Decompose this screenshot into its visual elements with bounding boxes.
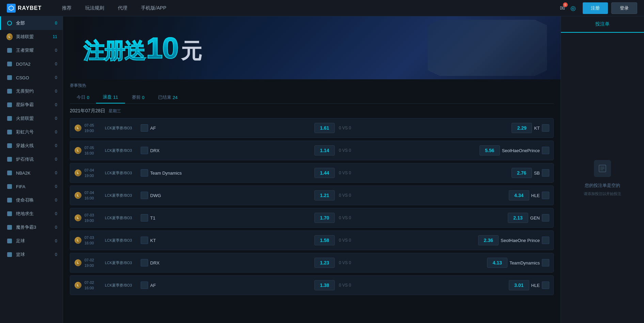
logo[interactable]: RAYBET [7, 4, 42, 13]
sidebar-count-pubg: 0 [52, 211, 57, 216]
league-icon-5: L [74, 237, 82, 244]
nav-auth: 注册 登录 [583, 2, 637, 14]
sidebar-item-valorant[interactable]: 无畏契约 0 [0, 84, 63, 98]
nav-rules[interactable]: 玩法规则 [85, 5, 104, 11]
sidebar-count-all: 0 [52, 21, 57, 26]
odds-btn-7-1[interactable]: 1.38 [314, 280, 335, 290]
vs-score-3: 0 VS 0 [335, 193, 355, 198]
team-logo-4-2 [542, 214, 549, 222]
odds-btn-0-2[interactable]: 2.29 [512, 123, 532, 133]
tab-ended[interactable]: 已结束 24 [151, 91, 184, 103]
mail-icon[interactable]: ✉ 0 [560, 4, 565, 12]
sidebar-item-nba2k[interactable]: NBA2K 0 [0, 166, 63, 180]
sidebar-count-cod: 0 [52, 198, 57, 203]
sidebar-label-rocket: 火箭联盟 [16, 115, 49, 122]
banner-text1: 注册送 [83, 37, 145, 65]
sidebar-item-wc3[interactable]: 魔兽争霸3 0 [0, 221, 63, 234]
match-date-0: 07-05 19:00 [84, 123, 105, 134]
nav-mobile[interactable]: 手机版/APP [141, 5, 166, 11]
bet-empty-sub: 请添加投注以开始投注 [584, 191, 621, 196]
weekday-display: 星期三 [109, 108, 121, 114]
sidebar-item-dota2[interactable]: DOTA2 0 [0, 57, 63, 71]
match-team1-0: AF 1.61 [141, 123, 335, 133]
chat-icon[interactable]: ◎ [570, 4, 576, 12]
tab-pre[interactable]: 赛前 0 [125, 91, 151, 103]
sidebar-item-fifa[interactable]: FIFA 0 [0, 180, 63, 193]
odds-btn-7-2[interactable]: 3.01 [509, 280, 529, 290]
sidebar-item-r6[interactable]: 彩虹六号 0 [0, 125, 63, 139]
sidebar-count-rocket: 0 [52, 116, 57, 121]
section-label: 赛事预热 [70, 83, 554, 88]
sidebar-count-basketball: 0 [52, 252, 57, 257]
sidebar-item-soccer[interactable]: 足球 0 [0, 234, 63, 248]
match-team2-6: 4.13 TeamDynamics [355, 258, 549, 268]
match-team1-2: Team Dynamics 1.44 [141, 168, 335, 178]
banner: 注册送 10 元 [63, 16, 561, 79]
match-team2-1: 5.56 SeolHaeOnePrince [355, 145, 549, 156]
sidebar-item-cf[interactable]: 穿越火线 0 [0, 139, 63, 152]
starcraft-icon [6, 102, 13, 108]
odds-btn-5-1[interactable]: 1.58 [314, 235, 335, 245]
sidebar-count-starcraft: 0 [52, 102, 57, 107]
odds-btn-6-2[interactable]: 4.13 [487, 258, 507, 268]
team-logo-1-1 [141, 147, 148, 154]
sidebar-item-basketball[interactable]: 篮球 0 [0, 248, 63, 261]
nav-agent[interactable]: 代理 [118, 5, 127, 11]
match-team1-3: DWG 1.21 [141, 190, 335, 200]
sidebar: 全部 0 L 英雄联盟 11 王者荣耀 0 DOTA2 0 CSGO 0 [0, 16, 63, 323]
sidebar-count-csgo: 0 [52, 75, 57, 80]
team-name-4-2: GEN [530, 215, 540, 221]
login-button[interactable]: 登录 [611, 2, 637, 14]
bet-slip-empty: 您的投注单是空的 请添加投注以开始投注 [561, 33, 644, 323]
match-team2-3: 4.34 HLE [355, 190, 549, 200]
sidebar-item-rocket[interactable]: 火箭联盟 0 [0, 112, 63, 125]
svg-marker-0 [9, 6, 14, 11]
odds-btn-3-2[interactable]: 4.34 [509, 190, 529, 200]
odds-btn-4-2[interactable]: 2.13 [508, 213, 528, 223]
odds-btn-5-2[interactable]: 2.36 [478, 235, 499, 245]
bet-slip-tab[interactable]: 投注单 [561, 16, 644, 33]
odds-btn-6-1[interactable]: 1.23 [314, 258, 335, 268]
tab-today[interactable]: 今日 0 [70, 91, 96, 103]
sidebar-item-all[interactable]: 全部 0 [0, 16, 63, 30]
match-date-1: 07-05 16:00 [84, 145, 105, 156]
register-button[interactable]: 注册 [583, 2, 608, 14]
match-date-3: 07-04 16:00 [84, 190, 105, 201]
sidebar-item-csgo[interactable]: CSGO 0 [0, 71, 63, 84]
nav-recommend[interactable]: 推荐 [62, 5, 72, 11]
team-logo-2-2 [542, 169, 549, 177]
hearthstone-icon [6, 156, 13, 162]
tab-live[interactable]: 滚盘 11 [96, 91, 125, 103]
odds-btn-4-1[interactable]: 1.70 [314, 213, 335, 223]
team-name-7-1: AF [150, 283, 312, 288]
match-date-5: 07-03 16:00 [84, 235, 105, 246]
odds-btn-0-1[interactable]: 1.61 [314, 123, 335, 133]
sidebar-count-nba2k: 0 [52, 171, 57, 175]
odds-btn-1-1[interactable]: 1.14 [314, 145, 335, 156]
team-name-2-2: SB [534, 171, 540, 176]
odds-btn-2-2[interactable]: 2.76 [512, 168, 532, 178]
odds-btn-3-1[interactable]: 1.21 [314, 190, 335, 200]
sidebar-item-lol[interactable]: L 英雄联盟 11 [0, 30, 63, 44]
sidebar-item-hearthstone[interactable]: 炉石传说 0 [0, 152, 63, 166]
dota2-icon [6, 61, 13, 67]
odds-btn-1-2[interactable]: 5.56 [480, 145, 500, 156]
match-league-0: LCK夏季赛/BO3 [105, 126, 141, 131]
match-date-4: 07-03 19:00 [84, 212, 105, 224]
sidebar-label-nba2k: NBA2K [16, 171, 49, 176]
sidebar-item-cod[interactable]: 使命召唤 0 [0, 193, 63, 207]
match-team2-4: 2.13 GEN [355, 213, 549, 223]
table-row: L 07-04 16:00 LCK夏季赛/BO3 DWG 1.21 0 VS 0… [70, 185, 554, 205]
match-league-4: LCK夏季赛/BO3 [105, 215, 141, 221]
match-league-7: LCK夏季赛/BO3 [105, 283, 141, 288]
sidebar-item-honor[interactable]: 王者荣耀 0 [0, 44, 63, 57]
vs-score-1: 0 VS 0 [335, 148, 355, 153]
nav-links: 推荐 玩法规则 代理 手机版/APP [62, 5, 560, 11]
sidebar-item-starcraft[interactable]: 星际争霸 0 [0, 98, 63, 112]
team-logo-4-1 [141, 214, 148, 222]
team-logo-1-2 [542, 147, 549, 154]
bet-slip-tabs: 投注单 [561, 16, 644, 33]
sidebar-item-pubg[interactable]: 绝地求生 0 [0, 207, 63, 221]
sidebar-count-hearthstone: 0 [52, 157, 57, 162]
odds-btn-2-1[interactable]: 1.44 [314, 168, 335, 178]
